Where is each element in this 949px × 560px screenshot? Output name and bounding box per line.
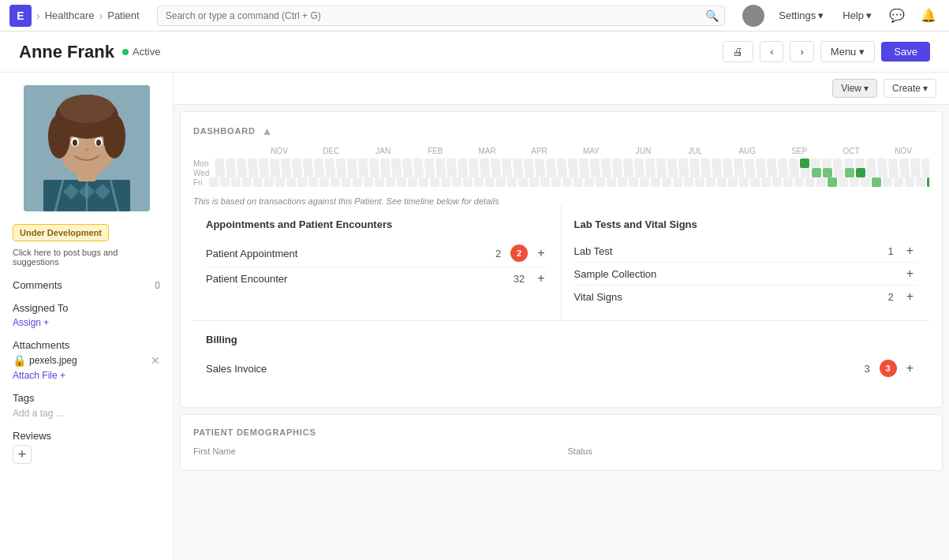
heatmap-cell [259,159,268,168]
breadcrumb-healthcare[interactable]: Healthcare [45,9,95,21]
heatmap-cell [314,159,323,168]
month-nov1: NOV [253,147,305,155]
bell-icon[interactable]: 🔔 [917,5,940,26]
patient-appointment-add-button[interactable]: + [534,247,547,259]
settings-button[interactable]: Settings ▾ [774,6,828,24]
heatmap-cell [364,177,373,187]
create-button[interactable]: Create ▾ [884,79,936,98]
attach-file-button[interactable]: Attach File + [13,370,160,381]
heatmap-cell [458,159,467,168]
heatmap-cell [878,168,887,177]
heatmap-cell [823,168,832,177]
heatmap-cell [397,177,406,187]
app-logo[interactable]: E [9,5,32,27]
heatmap-cell [558,168,567,177]
month-apr: APR [514,147,566,155]
heatmap-cell [292,159,301,168]
print-button[interactable]: 🖨 [723,41,753,62]
help-chevron-icon: ▾ [866,9,872,21]
patient-appointment-badge[interactable]: 2 [510,245,528,262]
heatmap-cell [783,177,793,187]
first-name-field: First Name [193,446,555,457]
heatmap-cell [535,159,544,168]
svg-point-18 [96,140,101,146]
heatmap-cell [325,159,334,168]
heatmap-cell [502,159,511,168]
add-tag-input[interactable]: Add a tag ... [13,408,64,419]
heatmap-cell [469,168,479,177]
heatmap-cell [889,168,899,177]
under-dev-badge[interactable]: Under Development [13,224,109,241]
help-button[interactable]: Help ▾ [838,6,876,24]
save-button[interactable]: Save [881,42,930,62]
heatmap-cell [761,177,771,187]
heatmap-cell [336,159,346,168]
heatmap-cell [231,177,241,187]
heatmap-cell [590,159,600,168]
heatmap-cell [264,177,274,187]
heatmap-cell [712,159,721,168]
heatmap-cell [524,159,533,168]
heatmap-cell [425,168,435,177]
breadcrumb-sep-1: › [36,9,40,22]
heatmap-cell [812,168,821,177]
lab-test-add-button[interactable]: + [903,245,917,257]
prev-button[interactable]: ‹ [760,41,783,62]
breadcrumb-patient[interactable]: Patient [107,9,139,21]
page-header: Anne Frank Active 🖨 ‹ › Menu ▾ Save [0,32,949,73]
heatmap-cell [369,159,379,168]
search-input[interactable] [157,6,726,26]
vital-signs-add-button[interactable]: + [903,290,917,303]
patient-appointment-label: Patient Appointment [206,248,489,259]
heatmap-cell [779,168,788,177]
next-button[interactable]: › [790,41,813,62]
menu-button[interactable]: Menu ▾ [820,41,876,62]
heatmap-cell [701,168,711,177]
sample-collection-add-button[interactable]: + [903,267,917,280]
month-oct: OCT [825,147,877,155]
heatmap-cell [629,177,638,187]
svg-point-14 [59,95,114,123]
chat-icon[interactable]: 💬 [886,5,908,26]
heatmap-cell [331,177,340,187]
svg-point-12 [48,114,70,159]
search-bar: 🔍 [157,6,726,26]
assigned-to-section: Assigned To Assign + [13,302,160,328]
heatmap-cell [745,168,755,177]
sales-invoice-add-button[interactable]: + [903,362,917,375]
heatmap-cell [689,159,699,168]
dashboard-collapse-icon[interactable]: ▲ [262,125,274,137]
heatmap-cell [678,159,688,168]
heatmap-cell [585,177,594,187]
attachment-remove-button[interactable]: ✕ [151,354,160,367]
heatmap-cell [491,168,501,177]
heatmap-cell [248,168,258,177]
lab-test-row: Lab Test 1 + [574,240,917,263]
heatmap-cell [927,177,929,187]
appointments-heading: Appointments and Patient Encounters [206,218,548,230]
attachment-filename[interactable]: pexels.jpeg [29,355,77,366]
assign-button[interactable]: Assign + [13,317,160,328]
assigned-to-label: Assigned To [13,302,69,314]
stats-grid: Appointments and Patient Encounters Pati… [193,206,929,320]
heatmap-cell [557,159,566,168]
patient-encounter-add-button[interactable]: + [534,272,547,285]
view-button[interactable]: View ▾ [832,79,877,98]
sales-invoice-badge[interactable]: 3 [880,360,897,377]
heatmap-cell [580,168,589,177]
add-review-button[interactable]: + [13,445,32,464]
heatmap-cell [717,177,727,187]
heatmap-cell [342,177,351,187]
heatmap-cell [547,168,556,177]
sales-invoice-count: 3 [864,363,869,375]
heatmap-cell [540,177,550,187]
heatmap-cell [844,159,854,168]
avatar[interactable] [742,5,764,27]
heatmap-cell [248,159,257,168]
heatmap-cell [916,177,925,187]
heatmap-cell [900,168,910,177]
heatmap-cell [734,168,744,177]
heatmap-cell [640,177,649,187]
heatmap-cell [308,177,318,187]
dashboard-title: DASHBOARD ▲ [193,125,929,137]
